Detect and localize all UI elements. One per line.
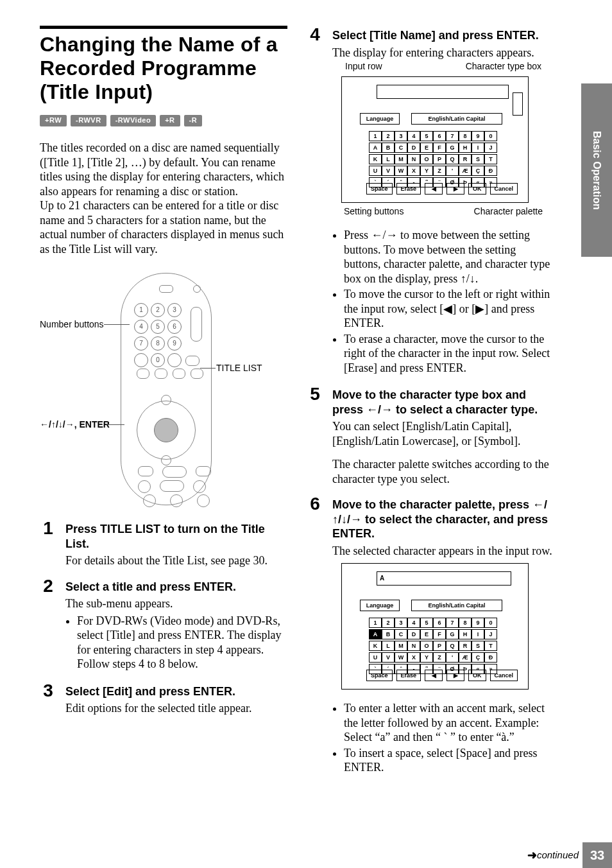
- fig1-label-char-type: Character type box: [466, 61, 541, 73]
- intro-paragraph-2: Up to 21 characters can be entered for a…: [40, 198, 287, 256]
- palette-cell: P: [433, 154, 446, 164]
- palette-cell: F: [433, 143, 446, 153]
- palette-cell: 5: [420, 131, 433, 141]
- fig1-char-type-box: English/Latin Capital: [411, 113, 502, 125]
- palette-cell: 2: [382, 618, 395, 628]
- palette-cell: Ð: [484, 166, 497, 176]
- fig1-space-button: Space: [366, 183, 393, 195]
- fig1-label-input-row: Input row: [345, 61, 382, 73]
- palette-cell: X: [407, 166, 420, 176]
- step-6-bullet-1: To enter a letter with an accent mark, s…: [344, 701, 554, 745]
- palette-cell: Y: [420, 652, 433, 663]
- palette-cell: 7: [446, 618, 459, 628]
- remote-label-dpad-enter: ←/↑/↓/→, ENTER: [40, 419, 117, 431]
- palette-cell: Y: [420, 166, 433, 176]
- badge-minus-r: -R: [184, 115, 203, 126]
- fig1-ok-button: OK: [468, 183, 486, 195]
- step-3: 3 Select [Edit] and press ENTER. Edit op…: [40, 682, 287, 716]
- fig2-char-type-box: English/Latin Capital: [411, 600, 502, 611]
- palette-cell: R: [459, 154, 472, 164]
- step-3-number: 3: [40, 682, 56, 700]
- palette-cell: Z: [433, 652, 446, 663]
- badge-plus-r: +R: [160, 115, 180, 126]
- fig2-right-arrow-button: ▶: [446, 670, 464, 681]
- step-5: 5 Move to the character type box and pre…: [307, 385, 554, 486]
- palette-cell: P: [433, 641, 446, 651]
- fig1-erase-button: Erase: [396, 183, 421, 195]
- step-4-body: The display for entering characters appe…: [332, 46, 554, 60]
- step-1-number: 1: [40, 519, 56, 537]
- fig1-label-char-palette: Character palette: [474, 206, 543, 218]
- palette-cell: 9: [472, 131, 484, 141]
- remote-title-list-button: [185, 356, 200, 366]
- palette-cell: Q: [446, 641, 459, 651]
- step-4-number: 4: [307, 26, 323, 44]
- step-2: 2 Select a title and press ENTER. The su…: [40, 577, 287, 673]
- step-6-bullet-2: To insert a space, select [Space] and pr…: [344, 746, 554, 775]
- palette-cell: 9: [472, 618, 484, 628]
- palette-cell: I: [472, 143, 484, 153]
- palette-cell: B: [382, 629, 395, 639]
- fig2-ok-button: OK: [468, 670, 486, 681]
- palette-cell: A: [369, 143, 382, 153]
- remote-body: 123 456 789 0: [121, 273, 212, 505]
- palette-cell: W: [395, 166, 407, 176]
- fig2-input-row: A: [377, 571, 511, 586]
- palette-cell: Æ: [459, 166, 472, 176]
- palette-cell: A: [369, 629, 382, 639]
- left-column: Changing the Name of a Recorded Programm…: [40, 26, 287, 829]
- fig2-erase-button: Erase: [396, 670, 421, 681]
- fig1-character-palette: 1234567890ABCDEFGHIJKLMNOPQRSTUVWXYZ'ÆÇÐ…: [369, 131, 496, 187]
- step-5-body-2: The character palette switches according…: [332, 457, 554, 486]
- step-2-bullet-1: For DVD-RWs (Video mode) and DVD-Rs, sel…: [77, 614, 287, 672]
- fig2-space-button: Space: [366, 670, 393, 681]
- palette-cell: 2: [382, 131, 395, 141]
- palette-cell: C: [395, 629, 407, 639]
- disc-type-badges: +RW -RWVR -RWVideo +R -R: [40, 115, 287, 126]
- palette-cell: 4: [407, 131, 420, 141]
- step-5-headline: Move to the character type box and press…: [332, 388, 554, 417]
- palette-cell: 7: [446, 131, 459, 141]
- fig1-input-row: [377, 85, 509, 99]
- palette-cell: ': [446, 652, 459, 663]
- fig1-label-setting-buttons: Setting buttons: [344, 206, 404, 218]
- step-6-body: The selected character appears in the in…: [332, 544, 554, 559]
- fig1-cancel-button: Cancel: [490, 183, 518, 195]
- step-2-number: 2: [40, 577, 56, 595]
- step-4-headline: Select [Title Name] and press ENTER.: [332, 28, 554, 43]
- palette-cell: Ç: [472, 166, 484, 176]
- palette-cell: D: [407, 629, 420, 639]
- remote-keypad: 123 456 789 0: [134, 303, 182, 367]
- palette-cell: X: [407, 652, 420, 663]
- fig2-setting-buttons: Space Erase ◀ ▶ OK Cancel: [366, 670, 518, 681]
- palette-cell: 8: [459, 131, 472, 141]
- step-3-body: Edit options for the selected title appe…: [65, 701, 287, 716]
- palette-cell: H: [459, 629, 472, 639]
- palette-cell: F: [433, 629, 446, 639]
- palette-cell: D: [407, 143, 420, 153]
- badge-rw-vr: -RWVR: [71, 115, 106, 126]
- fig1-language-box: Language: [360, 113, 400, 125]
- palette-cell: 1: [369, 131, 382, 141]
- remote-label-title-list: TITLE LIST: [216, 363, 262, 374]
- remote-illustration: 123 456 789 0 Number buttons TITLE LIST: [40, 273, 287, 510]
- palette-cell: S: [472, 154, 484, 164]
- palette-cell: Ç: [472, 652, 484, 663]
- palette-cell: R: [459, 641, 472, 651]
- continued-arrow-icon: ➜: [527, 848, 537, 863]
- palette-cell: ': [446, 166, 459, 176]
- palette-cell: J: [484, 629, 497, 639]
- badge-plus-rw: +RW: [40, 115, 67, 126]
- remote-label-number-buttons: Number buttons: [40, 319, 104, 331]
- step-6-number: 6: [307, 495, 323, 513]
- palette-cell: N: [407, 641, 420, 651]
- step-1-body: For details about the Title List, see pa…: [65, 553, 287, 568]
- palette-cell: K: [369, 154, 382, 164]
- palette-cell: M: [395, 154, 407, 164]
- palette-cell: V: [382, 166, 395, 176]
- side-tab: Basic Operation: [581, 83, 612, 257]
- step-6: 6 Move to the character palette, press ←…: [307, 495, 554, 776]
- fig1-left-arrow-button: ◀: [425, 183, 443, 195]
- character-entry-figure-2: A Language English/Latin Capital 1234567…: [332, 563, 554, 695]
- step-4-bullet-1: Press ←/→ to move between the setting bu…: [344, 228, 554, 286]
